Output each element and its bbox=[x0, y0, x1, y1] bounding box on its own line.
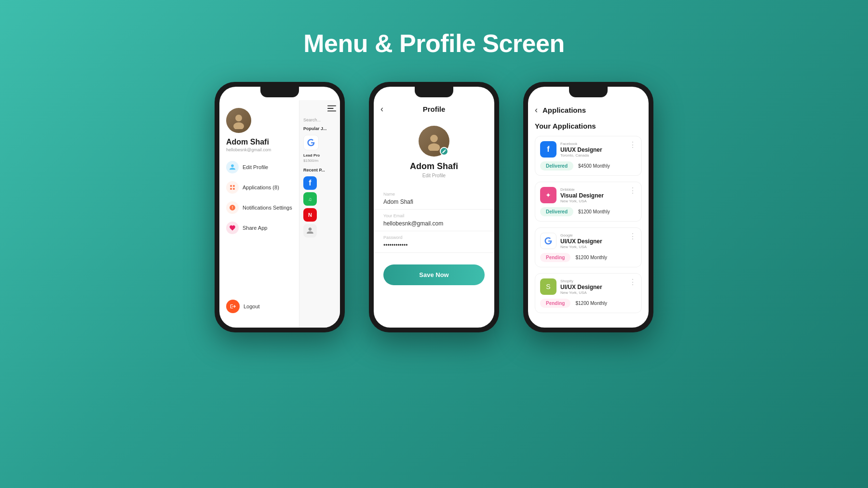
menu-screen: Adom Shafi hellobesnk@gmail.com Edit Pro… bbox=[219, 87, 340, 328]
right-popular-label: Popular J... bbox=[303, 126, 336, 131]
right-lead-pro-label: Lead Pro bbox=[303, 153, 336, 158]
app-company-facebook: Facebook bbox=[560, 142, 602, 146]
right-price-label: $1500/m bbox=[303, 158, 336, 163]
phone-menu: Adom Shafi hellobesnk@gmail.com Edit Pro… bbox=[215, 82, 345, 332]
phone-applications: ‹ Applications Your Applications f bbox=[523, 82, 653, 332]
app-card-facebook[interactable]: f Facebook UI/UX Designer Toronto, Canad… bbox=[535, 136, 642, 176]
app-card-dribbble[interactable]: ✦ Dribbble Visual Designer New York, USA… bbox=[535, 182, 642, 222]
apps-header: ‹ Applications bbox=[528, 100, 649, 120]
shopify-logo: S bbox=[540, 278, 556, 295]
app-location-facebook: Toronto, Canada bbox=[560, 153, 602, 158]
app-card-dribbble-top: ✦ Dribbble Visual Designer New York, USA… bbox=[540, 187, 637, 203]
profile-field-label-name: Name bbox=[383, 192, 485, 197]
svg-point-1 bbox=[233, 122, 244, 129]
apps-back-button[interactable]: ‹ bbox=[535, 105, 538, 115]
apps-section-title: Your Applications bbox=[528, 120, 649, 136]
menu-hamburger-icon[interactable] bbox=[303, 105, 336, 114]
google-logo bbox=[540, 233, 556, 249]
notch-3 bbox=[569, 87, 608, 97]
svg-rect-3 bbox=[327, 108, 334, 109]
apps-screen: ‹ Applications Your Applications f bbox=[528, 87, 649, 328]
logout-icon bbox=[226, 300, 240, 313]
app-card-facebook-top: f Facebook UI/UX Designer Toronto, Canad… bbox=[540, 141, 637, 158]
menu-item-edit-profile[interactable]: Edit Profile bbox=[226, 161, 292, 173]
svg-point-0 bbox=[235, 115, 242, 121]
app-card-facebook-bottom: Delivered $4500 Monthly bbox=[540, 161, 637, 171]
menu-item-label-edit-profile: Edit Profile bbox=[243, 164, 268, 170]
page-title: Menu & Profile Screen bbox=[303, 29, 564, 58]
menu-item-notifications[interactable]: Notifications Settings bbox=[226, 201, 292, 214]
svg-rect-2 bbox=[327, 106, 336, 106]
app-card-facebook-menu[interactable]: ⋮ bbox=[629, 141, 637, 149]
app-card-google-info: Google UI/UX Designer New York, USA bbox=[560, 233, 602, 249]
profile-field-value-email[interactable]: hellobesnk@gmail.com bbox=[383, 220, 485, 227]
profile-header: ‹ Profile bbox=[374, 100, 494, 118]
profile-user-name: Adom Shafi bbox=[410, 161, 458, 171]
app-card-google[interactable]: Google UI/UX Designer New York, USA ⋮ Pe… bbox=[535, 227, 642, 267]
app-role-shopify: UI/UX Designer bbox=[560, 284, 602, 290]
dribbble-logo: ✦ bbox=[540, 187, 556, 203]
applications-icon bbox=[226, 181, 239, 194]
profile-field-email: Your Email hellobesnk@gmail.com bbox=[374, 210, 494, 231]
right-recent-label: Recent P... bbox=[303, 168, 336, 172]
app-card-dribbble-left: ✦ Dribbble Visual Designer New York, USA bbox=[540, 187, 604, 203]
app-location-dribbble: New York, USA bbox=[560, 199, 604, 203]
menu-right-panel: Search... Popular J... Lead Pro $1500/m … bbox=[299, 100, 340, 328]
app-role-facebook: UI/UX Designer bbox=[560, 146, 602, 153]
app-company-shopify: Shopify bbox=[560, 279, 602, 283]
profile-field-name: Name Adom Shafi bbox=[374, 188, 494, 210]
app-salary-facebook: $4500 Monthly bbox=[578, 163, 610, 169]
facebook-recent-icon: f bbox=[303, 176, 317, 190]
app-role-dribbble: Visual Designer bbox=[560, 192, 604, 199]
profile-avatar-section: Adom Shafi Edit Profile bbox=[374, 126, 494, 178]
app-card-dribbble-menu[interactable]: ⋮ bbox=[629, 187, 637, 195]
app-card-shopify[interactable]: S Shopify UI/UX Designer New York, USA ⋮… bbox=[535, 273, 642, 313]
app-salary-google: $1200 Monthly bbox=[575, 255, 607, 260]
menu-item-label-notifications: Notifications Settings bbox=[243, 205, 292, 211]
profile-field-label-email: Your Email bbox=[383, 213, 485, 218]
app-card-dribbble-info: Dribbble Visual Designer New York, USA bbox=[560, 187, 604, 203]
app-company-google: Google bbox=[560, 233, 602, 237]
profile-field-value-name[interactable]: Adom Shafi bbox=[383, 198, 485, 205]
app-card-facebook-info: Facebook UI/UX Designer Toronto, Canada bbox=[560, 142, 602, 158]
edit-profile-icon bbox=[226, 161, 239, 173]
menu-item-label-applications: Applications (8) bbox=[243, 185, 279, 190]
app-card-google-menu[interactable]: ⋮ bbox=[629, 233, 637, 240]
right-search-label: Search... bbox=[303, 118, 336, 122]
app-card-shopify-left: S Shopify UI/UX Designer New York, USA bbox=[540, 278, 602, 295]
profile-back-button[interactable]: ‹ bbox=[380, 104, 383, 114]
app-location-shopify: New York, USA bbox=[560, 290, 602, 295]
person-recent-icon bbox=[303, 224, 317, 237]
svg-rect-4 bbox=[327, 111, 336, 112]
phones-container: Adom Shafi hellobesnk@gmail.com Edit Pro… bbox=[215, 82, 653, 332]
share-app-icon bbox=[226, 222, 239, 234]
menu-left-panel: Adom Shafi hellobesnk@gmail.com Edit Pro… bbox=[219, 100, 299, 328]
profile-avatar-badge bbox=[440, 147, 448, 156]
profile-field-value-password[interactable]: •••••••••••• bbox=[383, 242, 485, 249]
profile-edit-label[interactable]: Edit Profile bbox=[422, 173, 446, 178]
profile-screen-title: Profile bbox=[423, 105, 446, 113]
app-status-shopify: Pending bbox=[540, 299, 570, 308]
menu-user-email: hellobesnk@gmail.com bbox=[226, 147, 292, 152]
app-card-shopify-menu[interactable]: ⋮ bbox=[629, 278, 637, 286]
menu-item-share-app[interactable]: Share App bbox=[226, 222, 292, 234]
notch-2 bbox=[415, 87, 453, 97]
app-salary-shopify: $1200 Monthly bbox=[575, 301, 607, 306]
google-app-icon bbox=[303, 135, 319, 150]
menu-user-name: Adom Shafi bbox=[226, 138, 292, 146]
app-card-google-bottom: Pending $1200 Monthly bbox=[540, 253, 637, 262]
svg-point-5 bbox=[430, 135, 438, 143]
app-card-facebook-left: f Facebook UI/UX Designer Toronto, Canad… bbox=[540, 141, 602, 158]
app-salary-dribbble: $1200 Monthly bbox=[578, 209, 610, 214]
netflix-recent-icon: N bbox=[303, 208, 317, 222]
menu-item-logout[interactable]: Logout bbox=[226, 300, 260, 313]
app-status-google: Pending bbox=[540, 253, 570, 262]
apps-screen-title: Applications bbox=[542, 106, 586, 114]
notifications-icon bbox=[226, 201, 239, 214]
app-company-dribbble: Dribbble bbox=[560, 187, 604, 192]
app-card-shopify-info: Shopify UI/UX Designer New York, USA bbox=[560, 279, 602, 295]
app-card-dribbble-bottom: Delivered $1200 Monthly bbox=[540, 207, 637, 216]
menu-item-applications[interactable]: Applications (8) bbox=[226, 181, 292, 194]
profile-save-button[interactable]: Save Now bbox=[383, 264, 485, 285]
menu-item-label-share-app: Share App bbox=[243, 225, 267, 231]
